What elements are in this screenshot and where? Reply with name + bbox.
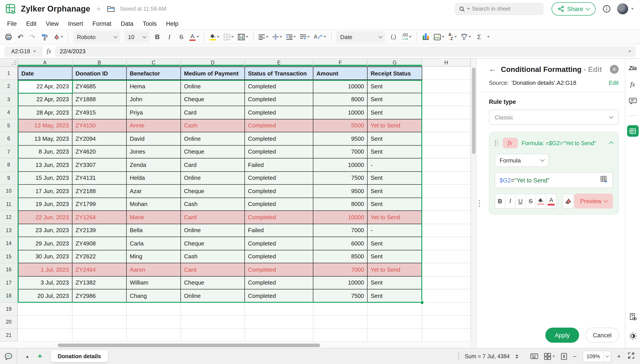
- functions-icon[interactable]: fx: [630, 81, 635, 88]
- cell-B7[interactable]: ZY4620: [72, 146, 127, 158]
- cell-B19[interactable]: [72, 302, 127, 316]
- cell-B16[interactable]: ZY2464: [72, 263, 127, 276]
- image-caret-icon[interactable]: [442, 36, 445, 38]
- cell-B10[interactable]: ZY2188: [72, 185, 127, 198]
- cell-B18[interactable]: ZY2986: [72, 290, 127, 302]
- cell-C8[interactable]: Zenda: [127, 158, 181, 172]
- cell-D20[interactable]: [181, 316, 245, 329]
- cell-A21[interactable]: [18, 329, 72, 342]
- apply-button[interactable]: Apply: [545, 328, 579, 343]
- menu-edit[interactable]: Edit: [26, 20, 37, 27]
- cell-C5[interactable]: Annie: [127, 119, 181, 132]
- select-all-corner[interactable]: [0, 58, 18, 66]
- folder-icon[interactable]: [107, 6, 114, 12]
- cell-F9[interactable]: 7500: [313, 172, 367, 185]
- cell-A15[interactable]: 30 Jun, 2023: [18, 250, 72, 263]
- fill-color-format-button[interactable]: [536, 194, 546, 208]
- cell-G2[interactable]: Sent: [367, 80, 422, 93]
- cell-G10[interactable]: Sent: [367, 185, 422, 198]
- name-box[interactable]: A2:G18: [5, 46, 43, 56]
- cell-H5[interactable]: [422, 119, 471, 132]
- sheet-tabs-scroll-button[interactable]: ▲: [25, 354, 29, 358]
- font-color-button[interactable]: A: [189, 32, 199, 42]
- cell-A17[interactable]: 3 Jul, 2023: [18, 276, 72, 290]
- clear-format-button[interactable]: [562, 194, 574, 209]
- cell-H8[interactable]: [422, 158, 471, 172]
- cell-C16[interactable]: Aaron: [127, 263, 181, 276]
- header-cell[interactable]: Date: [18, 66, 72, 80]
- menu-help[interactable]: Help: [166, 20, 178, 27]
- cell-C10[interactable]: Azar: [127, 185, 181, 198]
- split-view-icon[interactable]: [544, 353, 555, 360]
- cell-H7[interactable]: [422, 146, 471, 158]
- bold-format-button[interactable]: B: [495, 194, 505, 208]
- header-cell[interactable]: Donation ID: [72, 66, 127, 80]
- cell-A13[interactable]: 23 Jun, 2023: [18, 224, 72, 237]
- column-header-A[interactable]: A: [18, 58, 72, 66]
- cell-E6[interactable]: Completed: [245, 132, 313, 146]
- filter-button[interactable]: [461, 32, 471, 42]
- font-size-select[interactable]: 10: [124, 31, 149, 42]
- cell-H4[interactable]: [422, 106, 471, 119]
- cell-E13[interactable]: Failed: [245, 224, 313, 237]
- cell-B2[interactable]: ZY4685: [72, 80, 127, 93]
- cell-G8[interactable]: -: [367, 158, 422, 172]
- cell-G17[interactable]: Sent: [367, 276, 422, 290]
- cell-F18[interactable]: 7500: [313, 290, 367, 302]
- text-rotation-button[interactable]: A: [314, 32, 326, 42]
- cell-E19[interactable]: [245, 302, 313, 316]
- cell-F6[interactable]: 9500: [313, 132, 367, 146]
- cell-D3[interactable]: Cheque: [181, 93, 245, 106]
- cell-H21[interactable]: [422, 329, 471, 342]
- cell-H15[interactable]: [422, 250, 471, 263]
- row-header-15[interactable]: 15: [0, 250, 18, 263]
- merge-cells-button[interactable]: a: [238, 32, 249, 42]
- cell-H17[interactable]: [422, 276, 471, 290]
- rule-formula-input[interactable]: $G2 = "Yet to Send": [495, 172, 613, 188]
- user-avatar[interactable]: [617, 3, 628, 15]
- cell-G14[interactable]: Sent: [367, 237, 422, 250]
- cell-G3[interactable]: Sent: [367, 93, 422, 106]
- cell-E17[interactable]: Completed: [245, 276, 313, 290]
- row-header-16[interactable]: 16: [0, 263, 18, 276]
- document-view-icon[interactable]: [629, 313, 637, 322]
- cell-A16[interactable]: 1 Jul, 2023: [18, 263, 72, 276]
- header-cell[interactable]: Status of Transaction: [245, 66, 313, 80]
- row-header-19[interactable]: 19: [0, 302, 18, 316]
- cell-E14[interactable]: Completed: [245, 237, 313, 250]
- cell-C2[interactable]: Hema: [127, 80, 181, 93]
- cell-F14[interactable]: 6000: [313, 237, 367, 250]
- chat-icon[interactable]: [0, 348, 17, 364]
- font-family-select[interactable]: Roboto: [73, 31, 120, 42]
- cell-H19[interactable]: [422, 302, 471, 316]
- cell-B9[interactable]: ZY4131: [72, 172, 127, 185]
- column-header-B[interactable]: B: [72, 58, 127, 66]
- cell-B21[interactable]: [72, 329, 127, 342]
- cell-A3[interactable]: 22 Apr, 2023: [18, 93, 72, 106]
- cell-B14[interactable]: ZY4908: [72, 237, 127, 250]
- preview-button[interactable]: Preview: [574, 194, 613, 209]
- row-header-21[interactable]: 21: [0, 329, 18, 342]
- selection-fill-handle[interactable]: [420, 300, 424, 304]
- cell-F2[interactable]: 10000: [313, 80, 367, 93]
- cell-F7[interactable]: 7000: [313, 146, 367, 158]
- horizontal-align-caret-icon[interactable]: [266, 36, 269, 38]
- cell-C15[interactable]: Ming: [127, 250, 181, 263]
- cell-G19[interactable]: [367, 302, 422, 316]
- indent-button[interactable]: [286, 32, 296, 42]
- rule-drag-handle[interactable]: [495, 140, 498, 146]
- cell-D14[interactable]: Cheque: [181, 237, 245, 250]
- column-header-E[interactable]: E: [245, 58, 313, 66]
- cell-E5[interactable]: Completed: [245, 119, 313, 132]
- cell-B17[interactable]: ZY1382: [72, 276, 127, 290]
- cell-A8[interactable]: 13 Jun, 2023: [18, 158, 72, 172]
- cell-F5[interactable]: 5500: [313, 119, 367, 132]
- cell-F8[interactable]: 10000: [313, 158, 367, 172]
- font-color-format-button[interactable]: A: [546, 194, 556, 208]
- decimal-caret-icon[interactable]: [409, 36, 411, 38]
- cell-G6[interactable]: Sent: [367, 132, 422, 146]
- rotation-caret-icon[interactable]: [324, 36, 326, 38]
- cell-G21[interactable]: [367, 329, 422, 342]
- row-header-8[interactable]: 8: [0, 158, 18, 172]
- wrap-text-button[interactable]: [300, 32, 310, 42]
